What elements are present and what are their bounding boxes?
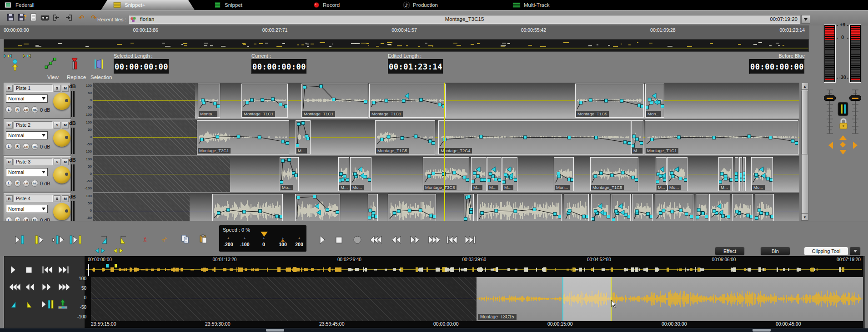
routing-r-l-button[interactable]: R/L (31, 106, 38, 113)
forward-fast-button[interactable] (427, 234, 441, 245)
record-arm-button[interactable]: R (6, 85, 13, 92)
montage-title-bar[interactable]: florian Montage_T3C15 00:07:19:20 (129, 15, 800, 24)
marker-pair-button[interactable] (41, 299, 55, 310)
record-arm-button[interactable]: R (6, 195, 13, 202)
save-as-button[interactable]: ? (17, 12, 28, 23)
track-name-field[interactable]: Piste 3 (14, 158, 53, 165)
scroll-up-button[interactable]: ▲ (801, 83, 808, 90)
record-arm-button[interactable]: R (6, 122, 13, 129)
tab-multi-track[interactable]: Multi-Track (512, 0, 549, 10)
export-button[interactable] (63, 12, 74, 23)
cassette-button[interactable] (40, 12, 50, 23)
clip-montage-t1c1[interactable]: Montage_T1C1 (241, 84, 288, 118)
clip-mon-[interactable]: Mon... (645, 84, 664, 118)
track-mode-select[interactable]: Normal (6, 205, 48, 213)
pan-right-button[interactable] (853, 142, 858, 149)
clip-unnamed[interactable] (591, 194, 610, 221)
selection-pair-cyan-icon[interactable] (4, 54, 12, 58)
rewind-fast-button[interactable] (370, 234, 384, 245)
new-document-button[interactable] (28, 12, 39, 23)
recent-files-dropdown-button[interactable] (801, 15, 810, 24)
routing-l-r-button[interactable]: L/R (23, 180, 30, 187)
clip-m-[interactable]: M... (656, 157, 667, 191)
goto-marker-yellow-button[interactable] (34, 234, 45, 245)
clip-m-[interactable]: M... (631, 120, 643, 154)
pan-left-button[interactable] (828, 142, 833, 149)
tab-clipping-tool[interactable]: Clipping Tool (804, 247, 848, 256)
play-button[interactable] (318, 234, 326, 245)
track-mode-select[interactable]: Normal (6, 131, 48, 139)
clip-unnamed[interactable] (632, 194, 653, 221)
lock-icon[interactable] (838, 117, 849, 130)
clip-unnamed[interactable] (564, 194, 589, 221)
routing-r-l-button[interactable]: R/L (31, 143, 38, 150)
pan-center-diamond[interactable] (840, 142, 846, 148)
solo-button[interactable]: S (54, 85, 60, 92)
tab-snippet[interactable]: Snippet (214, 0, 242, 10)
clip-unnamed[interactable] (709, 194, 730, 221)
skip-end-button[interactable] (57, 264, 70, 275)
routing-l-button[interactable]: L (5, 143, 12, 150)
tab-effect[interactable]: Effect (715, 247, 745, 256)
glue-button[interactable]: ✂ (161, 234, 169, 243)
clip-montage-t3c8[interactable]: Montage_T3C8 (423, 157, 469, 191)
marker-span-button[interactable] (69, 234, 83, 245)
clip-mo-[interactable]: Mo... (751, 157, 773, 191)
clip-unnamed[interactable] (739, 157, 742, 191)
solo-button[interactable]: S (54, 159, 60, 165)
clip-unnamed[interactable] (477, 194, 562, 221)
mute-button[interactable]: M (62, 85, 69, 92)
copy-button[interactable] (181, 234, 189, 243)
nudge-cyan-button[interactable] (95, 248, 105, 253)
goto-marker-both-button[interactable] (52, 234, 65, 245)
montage-overview-strip[interactable] (4, 39, 809, 52)
tab-bin[interactable]: Bin (760, 247, 790, 256)
clip-unnamed[interactable] (735, 157, 738, 191)
routing-l-button[interactable]: L (5, 106, 12, 113)
clip-montage-t2c4[interactable]: Montage_T2C4 (438, 120, 631, 154)
routing-l-button[interactable]: L (5, 180, 12, 187)
h-scrollbar-thumb-left[interactable] (266, 329, 284, 332)
stop-button[interactable] (25, 264, 33, 275)
mute-button[interactable]: M (62, 122, 69, 129)
rewind-fast-button[interactable] (9, 282, 23, 292)
cut-button[interactable]: ✂ (141, 234, 149, 243)
fader-handle[interactable] (824, 95, 836, 101)
tab-production[interactable]: ♪Production (403, 0, 438, 10)
clip-m-[interactable]: M... (338, 157, 349, 191)
stop-button[interactable] (335, 234, 343, 245)
redo-button[interactable]: ↷ (89, 12, 100, 23)
clip-mon-[interactable]: Mon... (554, 157, 574, 191)
clip-mo-[interactable]: Mo... (350, 157, 371, 191)
clip-montage-t1c5[interactable]: Montage_T1C5 (575, 84, 644, 118)
clip-montage-t1c1[interactable]: Montage_T1C1 (369, 84, 446, 118)
selection-pair-yellow-icon[interactable] (23, 54, 31, 58)
h-scrollbar-thumb-right[interactable] (753, 329, 771, 332)
clip-unnamed[interactable] (732, 194, 753, 221)
tab-record[interactable]: Record (313, 0, 340, 10)
routing-l-button[interactable]: L (5, 217, 12, 221)
clip-montage-t1c5[interactable]: Montage_T1C5 (590, 157, 638, 191)
clip-mo-[interactable]: Mo... (280, 157, 299, 191)
fade-in-marker-button[interactable] (9, 299, 18, 309)
fade-out-marker-button[interactable] (25, 299, 34, 309)
track-name-field[interactable]: Piste 1 (14, 84, 53, 92)
clip-overview-strip[interactable] (86, 263, 862, 276)
mute-button[interactable]: M (62, 159, 69, 165)
play-button[interactable] (9, 264, 17, 275)
routing-l-r-button[interactable]: L/R (23, 143, 30, 150)
clip-montage-t2c1[interactable]: Montage_T2C1 (197, 120, 289, 154)
clip-m-[interactable]: M... (718, 157, 733, 191)
solo-button[interactable]: S (54, 195, 60, 202)
routing-r-button[interactable]: R (14, 180, 21, 187)
track-mode-select[interactable]: Normal (6, 94, 48, 103)
record-button[interactable] (353, 234, 362, 245)
rewind-button[interactable] (391, 234, 402, 245)
track-name-field[interactable]: Piste 4 (14, 195, 53, 202)
clip-unnamed[interactable] (212, 194, 283, 221)
rewind-button[interactable] (25, 282, 35, 292)
record-arm-button[interactable]: R (6, 159, 13, 165)
clip-montage-t1c1[interactable]: Montage_T1C1 (301, 84, 368, 118)
clip-m-[interactable]: M... (471, 157, 487, 191)
routing-r-l-button[interactable]: R/L (31, 217, 38, 221)
